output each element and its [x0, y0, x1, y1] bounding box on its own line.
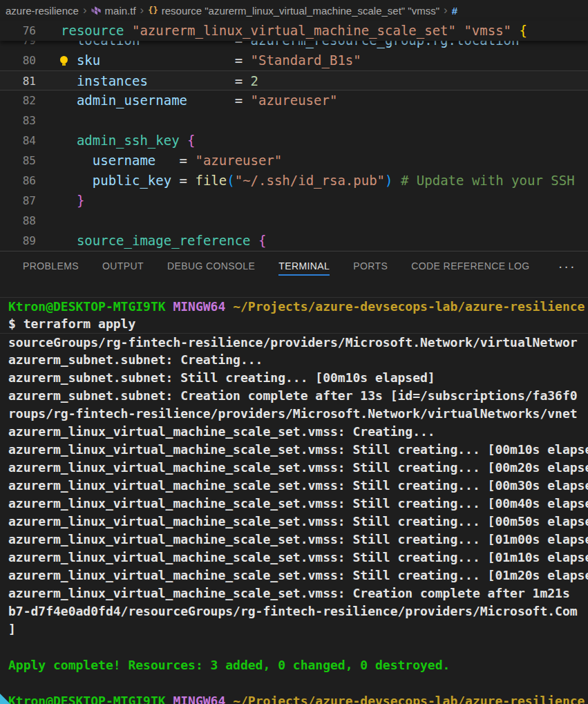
breadcrumb-separator: › — [140, 3, 144, 17]
code-line[interactable]: 88 — [0, 211, 588, 231]
terminal-line: azurerm_linux_virtual_machine_scale_set.… — [0, 423, 588, 441]
panel-tabs: PROBLEMSOUTPUTDEBUG CONSOLETERMINALPORTS… — [11, 251, 542, 280]
panel-more-actions[interactable]: ··· — [558, 259, 576, 273]
terminal-line: sourceGroups/rg-fintech-resilience/provi… — [0, 333, 588, 351]
tab-terminal[interactable]: TERMINAL — [267, 251, 341, 280]
breadcrumb-label: azure-resilience — [6, 5, 79, 17]
breadcrumb-item-symbol[interactable]: {}resource "azurerm_linux_virtual_machin… — [148, 5, 439, 17]
code-line[interactable]: 79 location = azurerm_resource_group.rg.… — [0, 41, 588, 50]
breadcrumb-label: # — [452, 5, 457, 17]
code-text: location = azurerm_resource_group.rg.loc… — [36, 41, 519, 50]
code-text: source_image_reference { — [36, 231, 266, 251]
terminal-line: azurerm_linux_virtual_machine_scale_set.… — [0, 513, 588, 531]
terminal-line: ] — [0, 620, 588, 638]
terminal-line: azurerm_linux_virtual_machine_scale_set.… — [0, 584, 588, 602]
clipped-line-wrap: 79 location = azurerm_resource_group.rg.… — [0, 41, 588, 50]
code-text: public_key = file("~/.ssh/id_rsa.pub") #… — [36, 171, 582, 191]
sticky-line[interactable]: 76resource "azurerm_linux_virtual_machin… — [0, 21, 588, 41]
breadcrumb-bar: azure-resilience›main.tf›{}resource "azu… — [0, 0, 588, 21]
code-text: admin_username = "azureuser" — [36, 91, 337, 111]
panel-tab-row: PROBLEMSOUTPUTDEBUG CONSOLETERMINALPORTS… — [0, 251, 588, 280]
terminal-line — [0, 674, 588, 692]
terminal-line: azurerm_subnet.subnet: Creation complete… — [0, 387, 588, 405]
code-line[interactable]: 89 source_image_reference { — [0, 231, 588, 251]
terminal-line: $ terraform apply — [0, 315, 588, 333]
line-number: 83 — [0, 111, 36, 131]
line-number: 84 — [0, 131, 36, 151]
code-text: sku = "Standard_B1s" — [36, 50, 361, 70]
code-line[interactable]: 86 public_key = file("~/.ssh/id_rsa.pub"… — [0, 171, 588, 191]
tab-ports[interactable]: PORTS — [341, 251, 399, 280]
breadcrumb-item-file[interactable]: main.tf — [91, 5, 136, 17]
symbol-block-icon: {} — [148, 6, 158, 15]
line-number: 80 — [0, 50, 36, 70]
line-number: 79 — [0, 41, 36, 50]
breadcrumb: azure-resilience›main.tf›{}resource "azu… — [6, 3, 457, 17]
line-number: 89 — [0, 231, 36, 251]
terminal-line: azurerm_linux_virtual_machine_scale_set.… — [0, 567, 588, 584]
breadcrumb-item-folder[interactable]: azure-resilience — [6, 5, 79, 17]
code-text: } — [36, 191, 84, 211]
tab-problems[interactable]: PROBLEMS — [11, 251, 91, 280]
editor[interactable]: 76resource "azurerm_linux_virtual_machin… — [0, 21, 588, 251]
code-line[interactable]: 81 instances = 2 — [0, 70, 588, 91]
breadcrumb-label: main.tf — [105, 5, 136, 17]
code-text: admin_ssh_key { — [36, 131, 195, 151]
breadcrumb-item-member[interactable]: # — [452, 5, 457, 17]
terminal-line: azurerm_subnet.subnet: Still creating...… — [0, 369, 588, 387]
line-number: 85 — [0, 151, 36, 171]
line-number: 76 — [0, 21, 36, 41]
breadcrumb-separator: › — [83, 3, 87, 17]
line-number: 88 — [0, 211, 36, 231]
corner-decoration-icon — [0, 694, 10, 704]
code-line[interactable]: 80 sku = "Standard_B1s" — [0, 50, 588, 70]
breadcrumb-separator: › — [444, 3, 448, 17]
line-number: 87 — [0, 191, 36, 211]
line-number: 82 — [0, 91, 36, 111]
terraform-file-icon — [91, 6, 102, 16]
code-line[interactable]: 83 — [0, 111, 588, 131]
terminal[interactable]: Ktron@DESKTOP-MTGI9TK MINGW64 ~/Projects… — [0, 280, 588, 704]
terminal-line: azurerm_linux_virtual_machine_scale_set.… — [0, 549, 588, 567]
breadcrumb-label: resource "azurerm_linux_virtual_machine_… — [162, 5, 439, 17]
tab-code-reference-log[interactable]: CODE REFERENCE LOG — [399, 251, 541, 280]
lightbulb-icon[interactable] — [59, 56, 68, 66]
tab-debug-console[interactable]: DEBUG CONSOLE — [155, 251, 267, 280]
terminal-line: azurerm_subnet.subnet: Creating... — [0, 351, 588, 369]
terminal-line: azurerm_linux_virtual_machine_scale_set.… — [0, 441, 588, 459]
terminal-line: azurerm_linux_virtual_machine_scale_set.… — [0, 531, 588, 549]
bottom-panel: PROBLEMSOUTPUTDEBUG CONSOLETERMINALPORTS… — [0, 251, 588, 704]
tab-output[interactable]: OUTPUT — [91, 251, 155, 280]
code-line[interactable]: 82 admin_username = "azureuser" — [0, 91, 588, 111]
terminal-line: azurerm_linux_virtual_machine_scale_set.… — [0, 477, 588, 495]
code-text: username = "azureuser" — [36, 151, 282, 171]
terminal-line: Ktron@DESKTOP-MTGI9TK MINGW64 ~/Projects… — [0, 692, 588, 704]
terminal-line: roups/rg-fintech-resilience/providers/Mi… — [0, 405, 588, 423]
code-line[interactable]: 76resource "azurerm_linux_virtual_machin… — [0, 21, 588, 41]
terminal-line: Apply complete! Resources: 3 added, 0 ch… — [0, 656, 588, 674]
code-text: instances = 2 — [36, 71, 258, 90]
code-text — [36, 111, 61, 131]
line-number: 81 — [0, 71, 36, 90]
vscode-window: azure-resilience›main.tf›{}resource "azu… — [0, 0, 588, 704]
code-text — [36, 211, 61, 231]
code-line[interactable]: 85 username = "azureuser" — [0, 151, 588, 171]
terminal-line: b7-d7f4e0ad0fd4/resourceGroups/rg-fintec… — [0, 602, 588, 620]
code-line[interactable]: 84 admin_ssh_key { — [0, 131, 588, 151]
terminal-line: azurerm_linux_virtual_machine_scale_set.… — [0, 495, 588, 513]
code-area[interactable]: 79 location = azurerm_resource_group.rg.… — [0, 41, 588, 251]
terminal-line: Ktron@DESKTOP-MTGI9TK MINGW64 ~/Projects… — [0, 297, 588, 315]
terminal-line: azurerm_linux_virtual_machine_scale_set.… — [0, 459, 588, 477]
terminal-line — [0, 638, 588, 656]
code-line[interactable]: 87 } — [0, 191, 588, 211]
code-text: resource "azurerm_linux_virtual_machine_… — [36, 21, 527, 41]
line-number: 86 — [0, 171, 36, 191]
